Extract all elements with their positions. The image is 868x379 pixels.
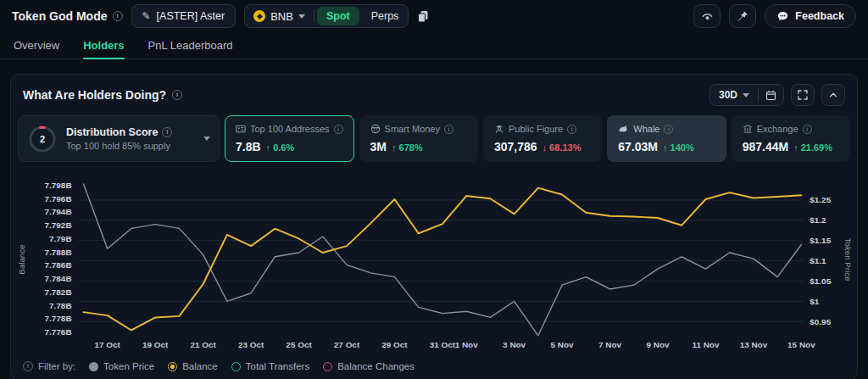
id-card-icon xyxy=(236,124,246,134)
app-title: Token God Mode xyxy=(12,9,108,23)
legend-balance[interactable]: Balance xyxy=(168,361,218,371)
info-icon[interactable] xyxy=(334,125,343,134)
holders-chart[interactable]: 7.798B7.796B7.794B7.792B7.79B7.788B7.786… xyxy=(11,169,857,357)
svg-text:11 Nov: 11 Nov xyxy=(692,340,720,349)
svg-text:$1.15: $1.15 xyxy=(810,236,831,245)
calendar-icon xyxy=(765,90,776,101)
filter-label-group: Filter by: xyxy=(23,361,75,371)
distribution-subtitle: Top 100 hold 85% supply xyxy=(66,141,195,151)
info-icon[interactable] xyxy=(113,11,123,21)
bnb-coin-icon xyxy=(253,10,265,22)
legend-label: Token Price xyxy=(103,361,154,371)
distribution-score-value: 2 xyxy=(40,134,45,144)
svg-text:Balance: Balance xyxy=(17,244,26,275)
fullscreen-icon xyxy=(798,90,808,100)
calendar-button[interactable] xyxy=(759,90,783,101)
svg-text:31 Oct: 31 Oct xyxy=(430,340,456,349)
range-value: 30D xyxy=(719,89,737,101)
chevron-down-icon xyxy=(743,93,749,98)
svg-text:7.778B: 7.778B xyxy=(45,315,72,324)
stat-change: ↑ 21.69% xyxy=(793,142,832,153)
whale-icon xyxy=(618,124,629,134)
svg-text:7.782B: 7.782B xyxy=(45,287,72,297)
svg-text:$1.2: $1.2 xyxy=(810,215,826,225)
tab-overview[interactable]: Overview xyxy=(14,32,59,59)
svg-text:7.786B: 7.786B xyxy=(45,261,72,270)
distribution-score-card[interactable]: 2 Distribution Score Top 100 hold 85% su… xyxy=(18,115,220,162)
stat-value: 3M xyxy=(370,140,387,153)
chain-market-group: BNB Spot Perps xyxy=(244,4,409,28)
info-icon[interactable] xyxy=(23,361,33,371)
chevron-down-icon xyxy=(298,14,305,19)
watch-button[interactable] xyxy=(693,4,721,28)
divider xyxy=(314,9,314,23)
svg-text:21 Oct: 21 Oct xyxy=(190,340,216,349)
stat-cards-row: 2 Distribution Score Top 100 hold 85% su… xyxy=(11,114,857,169)
svg-text:7.796B: 7.796B xyxy=(45,194,72,203)
chain-label: BNB xyxy=(270,10,293,23)
stat-label: Public Figure xyxy=(509,124,563,134)
svg-text:19 Oct: 19 Oct xyxy=(142,340,169,349)
tab-pnl-leaderboard[interactable]: PnL Leaderboard xyxy=(148,32,233,59)
feedback-button[interactable]: Feedback xyxy=(765,4,856,28)
svg-text:23 Oct: 23 Oct xyxy=(238,340,264,349)
svg-text:7.798B: 7.798B xyxy=(45,181,72,190)
svg-text:Token Price: Token Price xyxy=(843,238,853,281)
distribution-score-gauge: 2 xyxy=(27,124,58,154)
svg-text:$0.95: $0.95 xyxy=(810,317,831,326)
legend-balance-changes[interactable]: Balance Changes xyxy=(323,361,415,371)
spot-tab[interactable]: Spot xyxy=(317,7,359,25)
svg-text:3 Nov: 3 Nov xyxy=(503,340,526,349)
stat-card-smart-money[interactable]: Smart Money 3M ↑ 678% xyxy=(359,115,478,162)
svg-text:7.79B: 7.79B xyxy=(49,234,72,243)
stat-card-top-100-addresses[interactable]: Top 100 Addresses 7.8B ↑ 0.6% xyxy=(225,115,354,162)
token-price-swatch xyxy=(89,362,98,371)
stat-change: ↑ 0.6% xyxy=(266,142,295,153)
legend-total-transfers[interactable]: Total Transfers xyxy=(231,361,309,371)
info-icon[interactable] xyxy=(444,125,453,134)
tab-holders[interactable]: Holders xyxy=(83,32,124,59)
svg-text:25 Oct: 25 Oct xyxy=(286,340,312,349)
range-dropdown[interactable]: 30D xyxy=(710,89,758,101)
token-select-button[interactable]: ✎ [ASTER] Aster xyxy=(131,4,236,28)
stat-label: Top 100 Addresses xyxy=(250,124,330,134)
svg-text:5 Nov: 5 Nov xyxy=(551,340,575,349)
panel-header: What Are Holders Doing? 30D xyxy=(11,75,857,114)
pin-icon xyxy=(737,10,748,22)
stat-card-public-figure[interactable]: Public Figure 307,786 ↓ 68.13% xyxy=(483,115,602,162)
filter-row: Filter by: Token Price Balance Total Tra… xyxy=(11,357,857,371)
svg-text:1 Nov: 1 Nov xyxy=(455,340,479,349)
pin-button[interactable] xyxy=(729,4,756,28)
copy-icon xyxy=(417,10,429,23)
copy-address-button[interactable] xyxy=(417,10,429,23)
svg-text:$1.25: $1.25 xyxy=(810,196,831,205)
fullscreen-button[interactable] xyxy=(791,84,815,106)
svg-text:13 Nov: 13 Nov xyxy=(740,340,768,349)
svg-text:$1.1: $1.1 xyxy=(810,256,826,265)
legend-label: Balance Changes xyxy=(337,361,415,371)
info-icon[interactable] xyxy=(664,125,673,134)
balance-changes-swatch xyxy=(323,362,332,371)
line-chart-svg[interactable]: 7.798B7.796B7.794B7.792B7.79B7.788B7.786… xyxy=(13,169,855,357)
bank-icon xyxy=(743,124,753,134)
svg-text:7.776B: 7.776B xyxy=(45,327,72,337)
app-title-group: Token God Mode xyxy=(12,9,123,23)
info-icon[interactable] xyxy=(567,125,576,134)
svg-text:7.784B: 7.784B xyxy=(45,274,72,283)
legend-token-price[interactable]: Token Price xyxy=(89,361,154,371)
chain-select[interactable]: BNB xyxy=(245,10,314,23)
stat-label: Exchange xyxy=(757,124,798,134)
edit-pencil-icon: ✎ xyxy=(142,10,151,22)
collapse-button[interactable] xyxy=(821,84,845,106)
svg-text:$1.05: $1.05 xyxy=(810,276,831,286)
svg-text:7.788B: 7.788B xyxy=(45,248,72,257)
stat-value: 987.44M xyxy=(743,140,788,153)
info-icon[interactable] xyxy=(162,127,172,137)
perps-tab[interactable]: Perps xyxy=(362,10,409,22)
info-icon[interactable] xyxy=(172,90,182,100)
info-icon[interactable] xyxy=(803,125,812,134)
stat-card-exchange[interactable]: Exchange 987.44M ↑ 21.69% xyxy=(732,115,850,162)
stat-card-whale[interactable]: Whale 67.03M ↑ 140% xyxy=(607,115,726,162)
stat-label: Smart Money xyxy=(385,124,440,134)
svg-text:7.792B: 7.792B xyxy=(45,220,72,230)
